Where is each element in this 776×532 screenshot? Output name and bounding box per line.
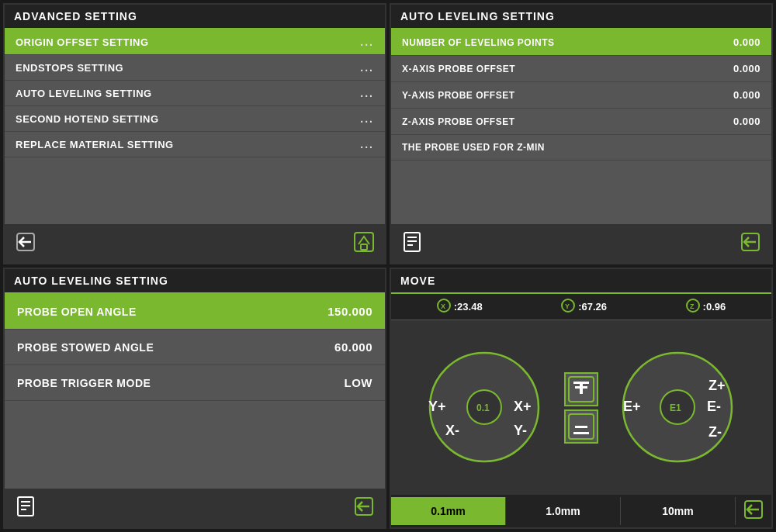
- main-grid: Advanced Setting Origin offset Setting .…: [0, 0, 776, 532]
- svg-text:E1: E1: [670, 402, 681, 413]
- auto-leveling-bottom-body: Probe open angle 150.000 Probe stowed an…: [5, 294, 385, 489]
- move-coords: X :23.48 Y :67.26 Z: [391, 294, 771, 320]
- move-title: Move: [400, 275, 435, 287]
- svg-rect-3: [361, 244, 367, 250]
- svg-rect-35: [573, 432, 589, 434]
- back-icon-bottom[interactable]: [352, 495, 376, 521]
- auto-leveling-bottom-header: Auto leveling Setting: [5, 269, 385, 294]
- menu-item-endstops[interactable]: Endstops Setting ...: [5, 55, 385, 81]
- setting-label-levelpoints: Number of leveling points: [402, 37, 555, 48]
- auto-leveling-bottom-footer: [5, 489, 385, 527]
- svg-text:Z: Z: [690, 302, 695, 310]
- setting-label-yoffset: Y-axis probe offset: [402, 90, 515, 101]
- move-footer: 0.1mm 1.0mm 10mm: [391, 495, 771, 527]
- mm-100-button[interactable]: 10mm: [621, 497, 736, 525]
- advanced-setting-panel: Advanced Setting Origin offset Setting .…: [3, 3, 386, 264]
- coord-x-value: :23.48: [454, 301, 483, 313]
- coord-z: Z :0.96: [686, 299, 726, 315]
- menu-item-secondhotend[interactable]: Second hotend Setting ...: [5, 106, 385, 132]
- menu-item-endstops-dots: ...: [360, 61, 374, 74]
- svg-rect-32: [573, 382, 589, 384]
- menu-item-origin-label: Origin offset Setting: [16, 36, 149, 48]
- al-label-probetrigger: Probe trigger mode: [17, 377, 151, 389]
- back-icon-advanced[interactable]: [14, 230, 37, 257]
- auto-leveling-top-header: Auto leveling Setting: [391, 5, 771, 29]
- auto-leveling-top-panel: Auto leveling Setting Number of leveling…: [390, 3, 773, 264]
- mm-01-button[interactable]: 0.1mm: [391, 497, 506, 525]
- setting-value-levelpoints: 0.000: [733, 36, 760, 48]
- auto-leveling-bottom-title: Auto leveling Setting: [14, 275, 168, 287]
- menu-item-autoleveling-label: Auto leveling Setting: [16, 88, 152, 99]
- setting-row-zminprobe[interactable]: The probe used for Z-min: [391, 135, 771, 161]
- al-label-probeopen: Probe open angle: [17, 306, 137, 318]
- al-row-probetrigger[interactable]: Probe trigger mode Low: [5, 365, 385, 401]
- auto-leveling-bottom-panel: Auto leveling Setting Probe open angle 1…: [3, 268, 386, 529]
- al-row-probestowed[interactable]: Probe stowed angle 60.000: [5, 330, 385, 365]
- z-down-button[interactable]: [564, 409, 598, 444]
- menu-item-autoleveling[interactable]: Auto leveling Setting ...: [5, 81, 385, 106]
- advanced-setting-footer: [5, 224, 385, 263]
- menu-item-secondhotend-label: Second hotend Setting: [16, 113, 159, 125]
- setting-row-zoffset[interactable]: Z-axis probe offset 0.000: [391, 109, 771, 135]
- z-up-button[interactable]: [564, 372, 598, 406]
- menu-item-secondhotend-dots: ...: [360, 112, 374, 125]
- menu-item-origin[interactable]: Origin offset Setting ...: [5, 29, 385, 55]
- auto-leveling-top-title: Auto leveling Setting: [400, 10, 555, 22]
- zminus-button[interactable]: [695, 426, 734, 465]
- setting-value-yoffset: 0.000: [733, 89, 760, 101]
- coord-y-icon: Y: [561, 299, 575, 315]
- al-row-probeopen[interactable]: Probe open angle 150.000: [5, 294, 385, 330]
- back-icon-top[interactable]: [739, 230, 762, 257]
- menu-item-origin-dots: ...: [360, 36, 374, 48]
- svg-text:Y-: Y-: [514, 423, 527, 438]
- setting-row-yoffset[interactable]: Y-axis probe offset 0.000: [391, 82, 771, 109]
- ze-joystick: Z+ Z- E+ E- E1: [606, 347, 750, 468]
- notes-icon-bottom[interactable]: [14, 495, 37, 521]
- setting-label-zoffset: Z-axis probe offset: [402, 116, 515, 127]
- al-value-probestowed: 60.000: [334, 340, 372, 354]
- setting-value-zoffset: 0.000: [733, 116, 760, 127]
- eplus-button[interactable]: [609, 371, 648, 409]
- notes-icon-top[interactable]: [400, 230, 424, 257]
- svg-text:X: X: [441, 302, 445, 310]
- back-icon-move[interactable]: [736, 495, 771, 527]
- menu-item-replacematerial-label: Replace material Setting: [16, 139, 174, 150]
- mm-10-button[interactable]: 1.0mm: [506, 497, 621, 525]
- setting-row-xoffset[interactable]: X-axis probe offset 0.000: [391, 56, 771, 82]
- yminus-button[interactable]: [514, 371, 553, 409]
- coord-y: Y :67.26: [561, 299, 607, 315]
- coord-x-icon: X: [437, 299, 451, 315]
- coord-y-value: :67.26: [578, 301, 607, 313]
- home-icon-advanced[interactable]: [352, 230, 376, 257]
- auto-leveling-top-body: Number of leveling points 0.000 X-axis p…: [391, 29, 771, 224]
- move-panel: Move X :23.48 Y :67.26: [390, 268, 773, 529]
- coord-x: X :23.48: [437, 299, 483, 315]
- z-controls-center: [564, 372, 598, 444]
- menu-item-replacematerial[interactable]: Replace material Setting ...: [5, 132, 385, 157]
- menu-item-endstops-label: Endstops Setting: [16, 62, 123, 74]
- setting-value-xoffset: 0.000: [733, 63, 760, 74]
- yplus-button[interactable]: [416, 371, 455, 409]
- advanced-setting-header: Advanced Setting: [5, 5, 385, 29]
- svg-text:Y: Y: [565, 302, 570, 310]
- al-value-probeopen: 150.000: [327, 305, 372, 318]
- move-controls: X+ X- Y+ Y- 0.1: [391, 320, 771, 495]
- coord-z-value: :0.96: [703, 301, 726, 313]
- al-value-probetrigger: Low: [345, 376, 373, 389]
- eminus-button[interactable]: [708, 371, 747, 409]
- auto-leveling-top-footer: [391, 224, 771, 263]
- setting-label-xoffset: X-axis probe offset: [402, 64, 515, 74]
- setting-label-zminprobe: The probe used for Z-min: [402, 142, 545, 153]
- setting-row-levelpoints[interactable]: Number of leveling points 0.000: [391, 29, 771, 56]
- al-label-probestowed: Probe stowed angle: [17, 341, 154, 354]
- xy-joystick: X+ X- Y+ Y- 0.1: [413, 347, 556, 468]
- menu-item-autoleveling-dots: ...: [360, 87, 374, 99]
- advanced-setting-title: Advanced Setting: [14, 10, 137, 22]
- svg-text:0.1: 0.1: [476, 402, 490, 413]
- svg-rect-34: [575, 426, 587, 428]
- menu-item-replacematerial-dots: ...: [360, 138, 374, 150]
- move-header: Move: [391, 269, 771, 294]
- advanced-setting-body: Origin offset Setting ... Endstops Setti…: [5, 29, 385, 224]
- xminus-button[interactable]: [436, 426, 475, 465]
- coord-z-icon: Z: [686, 299, 700, 315]
